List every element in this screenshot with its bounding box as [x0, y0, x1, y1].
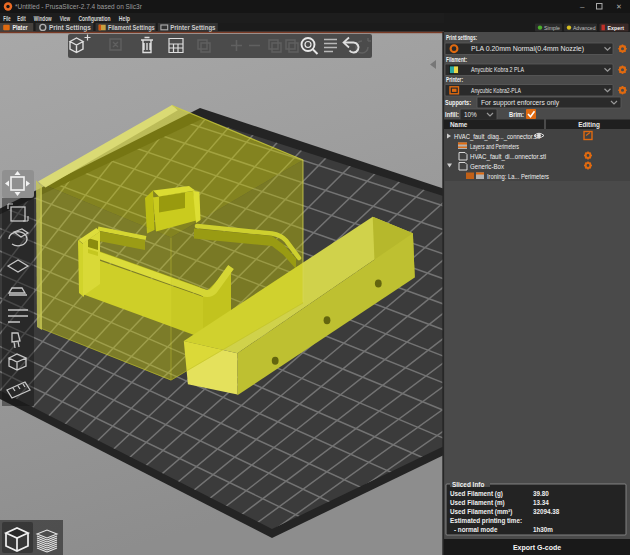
svg-text:For support enforcers only: For support enforcers only [481, 99, 560, 107]
svg-text:Infill:: Infill: [445, 111, 459, 118]
svg-text:Used Filament (m): Used Filament (m) [450, 499, 505, 507]
svg-text:Export G-code: Export G-code [513, 544, 561, 552]
svg-text:39.80: 39.80 [533, 490, 549, 497]
svg-text:Expert: Expert [608, 24, 625, 31]
svg-text:HVAC_fault_diag..._connector.s: HVAC_fault_diag..._connector.stl [454, 133, 540, 141]
svg-text:Window: Window [34, 15, 52, 22]
svg-text:Simple: Simple [544, 24, 560, 31]
svg-text:Estimated printing time:: Estimated printing time: [450, 517, 522, 525]
svg-text:Print Settings: Print Settings [49, 24, 91, 32]
svg-text:10%: 10% [464, 111, 477, 118]
svg-text:Anycubic Kobra 2 PLA: Anycubic Kobra 2 PLA [471, 66, 525, 74]
svg-text:Ironing: La... Perimeters: Ironing: La... Perimeters [487, 173, 549, 181]
svg-text:Generic-Box: Generic-Box [470, 163, 505, 170]
svg-text:Used Filament (g): Used Filament (g) [450, 490, 503, 498]
svg-text:1h30m: 1h30m [533, 526, 553, 533]
svg-text:Sliced Info: Sliced Info [452, 481, 484, 488]
svg-text:File: File [3, 15, 11, 22]
svg-text:Anycubic Kobra2-PLA: Anycubic Kobra2-PLA [471, 87, 522, 95]
svg-text:13.34: 13.34 [533, 499, 549, 506]
svg-text:Configuration: Configuration [78, 15, 110, 23]
svg-text:Help: Help [119, 15, 130, 23]
svg-text:Name: Name [450, 121, 468, 128]
svg-text:✕: ✕ [616, 3, 622, 10]
svg-text:Layers and Perimeters: Layers and Perimeters [470, 143, 519, 151]
svg-text:Advanced: Advanced [573, 24, 596, 31]
svg-text:HVAC_fault_di...onnector.stl: HVAC_fault_di...onnector.stl [470, 153, 546, 161]
svg-text:Plater: Plater [12, 24, 28, 31]
svg-text:Print settings:: Print settings: [446, 34, 477, 42]
svg-text:Editing: Editing [578, 121, 600, 129]
svg-text:Used Filament (mm³): Used Filament (mm³) [450, 508, 512, 516]
svg-text:Filament:: Filament: [446, 56, 467, 63]
svg-text:Printer:: Printer: [446, 76, 463, 83]
svg-text:32094.38: 32094.38 [533, 508, 560, 515]
svg-text:Brim:: Brim: [509, 111, 524, 118]
svg-text:–: – [580, 2, 585, 11]
svg-text:Edit: Edit [17, 15, 26, 22]
svg-text:Printer Settings: Printer Settings [170, 24, 216, 32]
svg-text:Supports:: Supports: [445, 99, 471, 107]
svg-text:*Untitled - PrusaSlicer-2.7.4: *Untitled - PrusaSlicer-2.7.4 based on S… [15, 3, 143, 10]
svg-text:View: View [60, 15, 71, 22]
svg-text:PLA 0.20mm Normal(0.4mm Nozzle: PLA 0.20mm Normal(0.4mm Nozzle) [471, 45, 584, 53]
svg-text:Filament Settings: Filament Settings [108, 24, 155, 32]
svg-text:- normal mode: - normal mode [454, 526, 498, 533]
